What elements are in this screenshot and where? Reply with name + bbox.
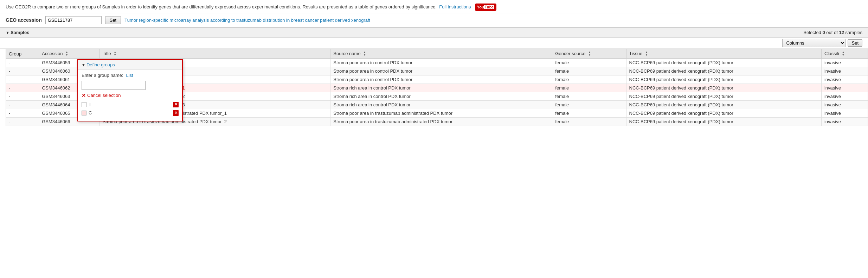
define-groups-header[interactable]: Define groups <box>78 60 182 70</box>
cell-gender: female <box>552 59 626 67</box>
full-instructions-link[interactable]: Full instructions <box>439 4 471 9</box>
description-text: Use GEO2R to compare two or more groups … <box>6 4 437 9</box>
group-name-row: Enter a group name: List <box>82 73 179 78</box>
cell-source: Stroma rich area in control PDX tumor <box>330 92 552 101</box>
define-groups-body: Enter a group name: List ✕ Cancel select… <box>78 70 182 121</box>
cell-group: - <box>6 59 39 67</box>
group-item-c: C ✕ <box>82 110 179 117</box>
cell-group: - <box>6 109 39 118</box>
cell-tissue: NCC-BCP69 patient derived xenograft (PDX… <box>626 75 821 84</box>
col-title[interactable]: Title ▲▼ <box>99 49 330 59</box>
group-c-remove-button[interactable]: ✕ <box>173 110 179 116</box>
geo-accession-row: GEO accession Set Tumor region-specific … <box>0 13 868 27</box>
youtube-button[interactable] <box>475 4 496 11</box>
tissue-sort-icon: ▲▼ <box>645 51 648 57</box>
col-group: Group <box>6 49 39 59</box>
cell-classifi: invasive <box>821 75 868 84</box>
cancel-selection-label: Cancel selection <box>87 93 121 98</box>
cell-source: Stroma rich area in control PDX tumor <box>330 84 552 92</box>
cell-gender: female <box>552 92 626 101</box>
geo-set-button[interactable]: Set <box>105 16 121 24</box>
cell-classifi: invasive <box>821 84 868 92</box>
cell-tissue: NCC-BCP69 patient derived xenograft (PDX… <box>626 109 821 118</box>
cell-tissue: NCC-BCP69 patient derived xenograft (PDX… <box>626 101 821 109</box>
group-c-label: C <box>89 110 171 115</box>
title-sort-icon: ▲▼ <box>114 51 116 57</box>
cell-group: - <box>6 118 39 126</box>
geo-title-link[interactable]: Tumor region-specific microarray analysi… <box>124 18 370 23</box>
group-t-checkbox[interactable] <box>82 102 86 107</box>
cell-gender: female <box>552 109 626 118</box>
col-tissue[interactable]: Tissue ▲▼ <box>626 49 821 59</box>
cell-gender: female <box>552 101 626 109</box>
samples-toolbar: Columns Set <box>0 38 868 49</box>
group-t-remove-button[interactable]: ✕ <box>173 102 179 107</box>
samples-header-bar: Samples Selected 0 out of 12 samples <box>0 27 868 38</box>
selected-count: Selected 0 out of 12 samples <box>803 30 862 35</box>
gender-sort-icon: ▲▼ <box>588 51 591 57</box>
samples-section: Samples Selected 0 out of 12 samples Col… <box>0 27 868 126</box>
cell-tissue: NCC-BCP69 patient derived xenograft (PDX… <box>626 84 821 92</box>
classifi-sort-icon: ▲▼ <box>842 51 844 57</box>
group-name-input[interactable] <box>82 81 146 90</box>
cell-group: - <box>6 92 39 101</box>
group-name-label: Enter a group name: <box>82 73 123 78</box>
source-sort-icon: ▲▼ <box>363 51 366 57</box>
cell-tissue: NCC-BCP69 patient derived xenograft (PDX… <box>626 67 821 75</box>
define-groups-popup: Define groups Enter a group name: List ✕… <box>77 59 183 121</box>
define-groups-link[interactable]: Define groups <box>86 62 115 67</box>
cell-tissue: NCC-BCP69 patient derived xenograft (PDX… <box>626 59 821 67</box>
cell-group: - <box>6 101 39 109</box>
columns-set-button[interactable]: Set <box>848 39 862 47</box>
table-header-row: Group Accession ▲▼ Title ▲▼ Source name <box>6 49 868 59</box>
cancel-selection[interactable]: ✕ Cancel selection <box>82 93 179 98</box>
cell-classifi: invasive <box>821 59 868 67</box>
cell-tissue: NCC-BCP69 patient derived xenograft (PDX… <box>626 92 821 101</box>
group-t-label: T <box>89 102 171 107</box>
col-source-name[interactable]: Source name ▲▼ <box>330 49 552 59</box>
group-item-t: T ✕ <box>82 101 179 108</box>
col-accession[interactable]: Accession ▲▼ <box>39 49 99 59</box>
cell-source: Stroma poor area in control PDX tumor <box>330 59 552 67</box>
cell-source: Stroma poor area in trastuzumab administ… <box>330 118 552 126</box>
samples-title[interactable]: Samples <box>6 30 29 35</box>
group-c-checkbox[interactable] <box>82 111 86 115</box>
description-bar: Use GEO2R to compare two or more groups … <box>0 0 844 13</box>
cell-classifi: invasive <box>821 101 868 109</box>
cell-source: Stroma poor area in control PDX tumor <box>330 67 552 75</box>
cancel-x-icon: ✕ <box>82 93 86 98</box>
main-content: Define groups Enter a group name: List ✕… <box>0 49 868 126</box>
geo-accession-input[interactable] <box>45 16 102 24</box>
cell-gender: female <box>552 67 626 75</box>
cell-source: Stroma poor area in trastuzumab administ… <box>330 109 552 118</box>
columns-select[interactable]: Columns <box>782 39 846 47</box>
cell-tissue: NCC-BCP69 patient derived xenograft (PDX… <box>626 118 821 126</box>
geo-accession-label: GEO accession <box>6 17 42 23</box>
cell-group: - <box>6 67 39 75</box>
cell-group: - <box>6 84 39 92</box>
cell-classifi: invasive <box>821 92 868 101</box>
cell-classifi: invasive <box>821 67 868 75</box>
accession-sort-icon: ▲▼ <box>65 51 68 57</box>
cell-classifi: invasive <box>821 109 868 118</box>
col-gender[interactable]: Gender source ▲▼ <box>552 49 626 59</box>
col-classifi[interactable]: Classifi ▲▼ <box>821 49 868 59</box>
cell-gender: female <box>552 118 626 126</box>
cell-source: Stroma rich area in control PDX tumor <box>330 101 552 109</box>
cell-group: - <box>6 75 39 84</box>
cell-gender: female <box>552 84 626 92</box>
cell-gender: female <box>552 75 626 84</box>
cell-classifi: invasive <box>821 118 868 126</box>
cell-source: Stroma poor area in control PDX tumor <box>330 75 552 84</box>
list-link[interactable]: List <box>126 73 133 78</box>
